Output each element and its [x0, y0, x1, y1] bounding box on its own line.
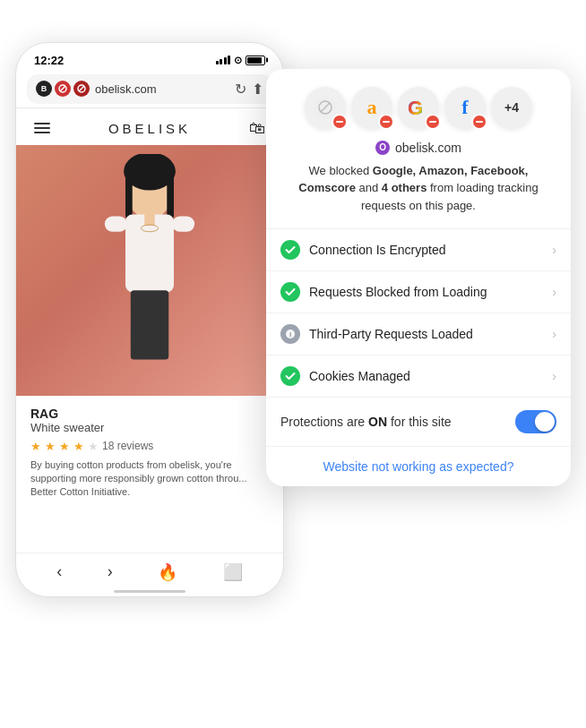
time: 12:22 — [34, 54, 64, 67]
cart-icon[interactable]: 🛍 — [249, 119, 265, 138]
no-entry-icon-1 — [333, 116, 346, 128]
wifi-icon: ⊙ — [234, 55, 242, 66]
security-item-cookies[interactable]: Cookies Managed › — [266, 355, 571, 398]
battery-icon — [246, 56, 265, 65]
no-entry-icon-amazon — [380, 116, 392, 128]
svg-text:i: i — [289, 330, 291, 338]
tracker-icons: B — [36, 81, 90, 97]
third-party-label: Third-Party Requests Loaded — [309, 327, 552, 341]
star-5: ★ — [88, 440, 99, 453]
blocked-label: Requests Blocked from Loading — [309, 285, 552, 299]
divider — [16, 107, 283, 108]
site-logo: O — [375, 141, 390, 155]
tracker-badge-google: G G — [398, 87, 439, 128]
protections-on: ON — [368, 415, 387, 429]
blocked-overlay-amazon — [378, 114, 394, 130]
encrypted-label: Connection Is Encrypted — [309, 243, 552, 257]
svg-line-3 — [79, 86, 84, 91]
svg-line-15 — [321, 103, 330, 112]
refresh-button[interactable]: ↻ — [235, 81, 246, 98]
security-item-encrypted[interactable]: Connection Is Encrypted › — [266, 229, 571, 271]
tracker-badge-amazon: a — [351, 87, 392, 128]
star-2: ★ — [45, 440, 56, 453]
cookies-icon — [280, 366, 300, 386]
blocked-prefix: We blocked — [309, 164, 373, 177]
svg-rect-9 — [144, 212, 155, 225]
toggle-thumb — [535, 412, 555, 432]
protections-row: Protections are ON for this site — [266, 398, 571, 447]
tracker-icon-n2 — [73, 81, 90, 97]
blocked-count: 4 others — [382, 181, 427, 194]
tracker-badges-row: a G G — [266, 87, 571, 128]
svg-rect-8 — [125, 214, 174, 292]
star-4: ★ — [73, 440, 84, 453]
cookies-chevron: › — [552, 369, 556, 383]
tracker-badge-plus: +4 — [491, 87, 532, 128]
star-3: ★ — [59, 440, 70, 453]
share-button[interactable]: ⬆ — [252, 81, 263, 98]
security-item-third-party[interactable]: i Third-Party Requests Loaded › — [266, 313, 571, 355]
protections-label: Protections are ON for this site — [280, 415, 452, 429]
site-domain: obelisk.com — [395, 141, 461, 155]
tracker-icon-b: B — [36, 81, 52, 97]
blocked-overlay-facebook — [471, 114, 487, 130]
svg-rect-12 — [131, 290, 168, 359]
forward-button[interactable]: › — [108, 562, 113, 581]
encrypted-icon — [280, 240, 300, 260]
product-subtitle: White sweater — [30, 421, 269, 434]
blocked-overlay-google — [425, 114, 441, 130]
tabs-button[interactable]: ⬜ — [223, 562, 243, 582]
home-indicator — [114, 590, 185, 593]
cookies-label: Cookies Managed — [309, 369, 552, 383]
protections-toggle[interactable] — [515, 410, 556, 433]
third-party-chevron: › — [552, 327, 556, 341]
star-1: ★ — [30, 440, 41, 453]
encrypted-chevron: › — [552, 243, 556, 257]
blocked-suffix: and — [356, 181, 382, 194]
blocked-chevron: › — [552, 285, 556, 299]
status-icons: ⊙ — [216, 55, 266, 66]
security-item-blocked[interactable]: Requests Blocked from Loading › — [266, 271, 571, 313]
tracker-badge-generic — [305, 87, 346, 128]
product-details: RAG White sweater ★ ★ ★ ★ ★ 18 reviews B… — [16, 396, 283, 510]
blocked-icon — [280, 282, 300, 302]
back-button[interactable]: ‹ — [56, 562, 62, 581]
svg-line-1 — [60, 86, 65, 91]
rating-stars: ★ ★ ★ ★ ★ 18 reviews — [30, 440, 269, 453]
phone-background: 12:22 ⊙ B — [15, 42, 284, 597]
url-text: obelisk.com — [95, 82, 229, 96]
tracker-badge-facebook: f — [444, 87, 486, 128]
product-name: RAG — [30, 407, 269, 421]
product-image — [16, 145, 283, 396]
plus-count: +4 — [504, 100, 519, 115]
no-entry-icon-google — [427, 116, 439, 128]
home-button[interactable]: 🔥 — [158, 562, 177, 582]
product-description: By buying cotton products from obelisk, … — [30, 458, 269, 500]
no-entry-icon-facebook — [473, 116, 486, 128]
blocked-message: We blocked Google, Amazon, Facebook, Com… — [266, 162, 571, 215]
brand-name: OBELISK — [108, 121, 191, 136]
blocked-overlay-1 — [332, 114, 348, 130]
svg-text:G: G — [408, 97, 423, 119]
address-bar[interactable]: B obelisk.com ↻ ⬆ — [27, 74, 272, 104]
menu-icon[interactable] — [34, 123, 50, 133]
status-bar: 12:22 ⊙ — [16, 43, 283, 71]
tracker-icon-n1 — [55, 81, 71, 97]
facebook-letter: f — [461, 96, 468, 119]
protections-prefix: Protections are — [280, 415, 368, 429]
third-party-icon: i — [280, 324, 300, 344]
site-row: O obelisk.com — [266, 141, 571, 155]
privacy-popup-card: a G G — [266, 69, 571, 487]
protections-suffix: for this site — [387, 415, 452, 429]
reviews-count: 18 reviews — [102, 440, 153, 452]
svg-rect-11 — [172, 216, 194, 231]
site-nav: OBELISK 🛍 — [16, 112, 283, 145]
svg-rect-10 — [105, 216, 127, 231]
svg-rect-6 — [125, 171, 133, 218]
amazon-letter: a — [367, 96, 377, 119]
svg-rect-7 — [167, 171, 174, 218]
signal-icon — [216, 56, 231, 64]
not-working-link[interactable]: Website not working as expected? — [266, 447, 571, 486]
